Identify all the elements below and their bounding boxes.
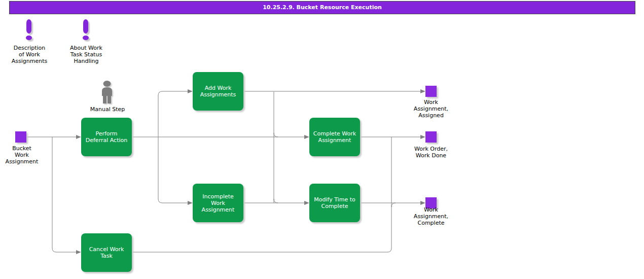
event-bucket-work-assignment[interactable] [15, 131, 26, 143]
manual-step-label: Manual Step [82, 106, 133, 113]
event-work-order-work-done-label: Work Order, Work Done [403, 146, 459, 159]
activity-complete-work-assignment[interactable]: Complete Work Assignment [309, 118, 360, 156]
arrowhead-cancel [76, 250, 81, 254]
activity-add-work-assignments[interactable]: Add Work Assignments [193, 72, 243, 111]
activity-perform-deferral-action[interactable]: Perform Deferral Action [81, 118, 132, 156]
arrowhead-modify [304, 201, 309, 205]
arrowhead-wacomplete [420, 201, 425, 205]
info-exclamation-icon[interactable] [79, 19, 93, 44]
link-description-of-work-assignments[interactable]: Description of Work Assignments [4, 45, 55, 64]
flow-cancel-merge-curve [391, 203, 396, 207]
activity-incomplete-work-assignment[interactable]: Incomplete Work Assignment [193, 184, 243, 222]
manual-step-person-icon [100, 80, 114, 103]
arrowhead-add [188, 89, 193, 93]
exclamation-bar [26, 19, 31, 33]
arrowhead-complete [304, 135, 309, 139]
arrowhead-incomplete [188, 201, 193, 205]
arrowhead-workdone [420, 135, 425, 139]
event-work-assignment-complete-label: Work Assignment, Complete [403, 206, 459, 226]
exclamation-bar [83, 19, 88, 33]
event-work-assignment-assigned[interactable] [425, 86, 437, 97]
info-exclamation-icon[interactable] [22, 19, 37, 44]
link-about-work-task-status-handling[interactable]: About Work Task Status Handling [61, 45, 112, 64]
event-work-order-work-done[interactable] [425, 131, 437, 143]
page-title: 10.25.2.9. Bucket Resource Execution [9, 1, 635, 14]
arrowhead-perform [76, 135, 81, 139]
event-bucket-work-assignment-label: Bucket Work Assignment [0, 145, 50, 165]
flow-merge-curve-mid [274, 133, 278, 137]
process-diagram-page: { "header": { "title": "10.25.2.9. Bucke… [0, 0, 644, 279]
flow-branch-to-incomplete [158, 137, 188, 203]
flow-merge-curve-low [274, 199, 278, 203]
arrowhead-assigned [420, 89, 425, 93]
flow-branch-to-add [158, 91, 188, 137]
exclamation-dot [83, 36, 89, 40]
exclamation-dot [26, 36, 32, 40]
activity-modify-time-to-complete[interactable]: Modify Time to Complete [309, 184, 360, 222]
event-work-assignment-assigned-label: Work Assignment, Assigned [403, 99, 459, 119]
activity-cancel-work-task[interactable]: Cancel Work Task [81, 233, 132, 272]
flow-bucket-to-cancel [52, 137, 76, 252]
